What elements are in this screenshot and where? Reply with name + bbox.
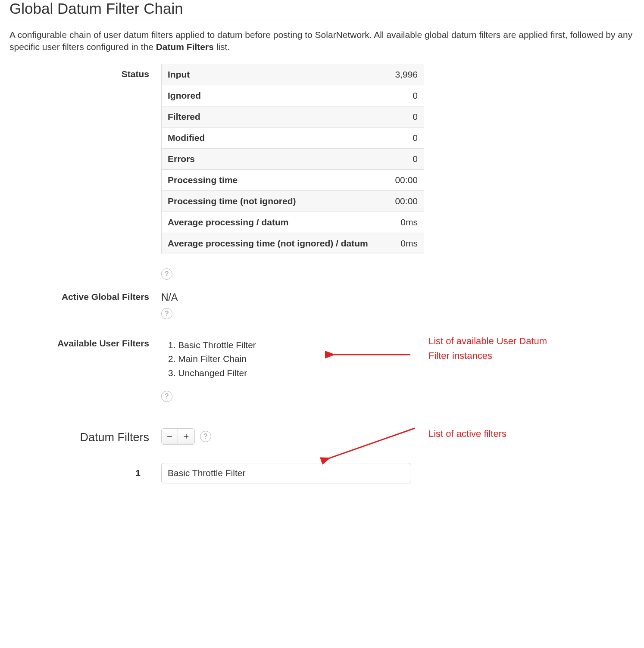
status-metric-value: 00:00 bbox=[387, 169, 424, 190]
description-bold: Datum Filters bbox=[156, 42, 214, 52]
status-metric-label: Average processing time (not ignored) / … bbox=[162, 233, 387, 254]
help-icon[interactable]: ? bbox=[161, 268, 172, 280]
available-user-filters-label: Available User Filters bbox=[9, 336, 161, 349]
table-row: Average processing time (not ignored) / … bbox=[162, 233, 424, 254]
status-metric-label: Processing time (not ignored) bbox=[162, 190, 387, 212]
list-item: 1. Basic Throttle Filter bbox=[168, 338, 424, 352]
active-global-filters-row: Active Global Filters N/A ? bbox=[9, 292, 635, 319]
table-row: Input3,996 bbox=[162, 64, 424, 85]
status-metric-value: 00:00 bbox=[387, 190, 424, 212]
help-icon[interactable]: ? bbox=[200, 431, 211, 442]
svg-line-1 bbox=[328, 428, 415, 458]
status-metric-value: 0 bbox=[387, 148, 424, 169]
page-description: A configurable chain of user datum filte… bbox=[9, 29, 635, 53]
table-row: Average processing / datum0ms bbox=[162, 212, 424, 233]
active-global-filters-label: Active Global Filters bbox=[9, 292, 161, 302]
help-icon[interactable]: ? bbox=[161, 308, 172, 319]
status-metric-label: Ignored bbox=[162, 85, 387, 106]
annotation-arrow bbox=[320, 424, 423, 467]
datum-filters-label: Datum Filters bbox=[9, 429, 161, 444]
description-text-post: list. bbox=[214, 42, 230, 52]
list-item: 2. Main Filter Chain bbox=[168, 352, 424, 366]
status-metric-label: Errors bbox=[162, 148, 387, 169]
remove-filter-button[interactable]: − bbox=[162, 429, 178, 444]
add-remove-button-group: − + bbox=[161, 428, 195, 445]
page-title: Global Datum Filter Chain bbox=[9, 0, 635, 21]
annotation-available-list: List of available User Datum Filter inst… bbox=[428, 334, 558, 363]
status-table: Input3,996Ignored0Filtered0Modified0Erro… bbox=[161, 64, 424, 254]
status-metric-value: 0ms bbox=[387, 233, 424, 254]
datum-filter-row: 1 bbox=[9, 463, 635, 483]
datum-filters-section: Datum Filters − + ? List of active filte… bbox=[9, 416, 635, 483]
table-row: Filtered0 bbox=[162, 106, 424, 127]
status-metric-value: 0 bbox=[387, 106, 424, 127]
status-metric-label: Modified bbox=[162, 127, 387, 148]
table-row: Ignored0 bbox=[162, 85, 424, 106]
help-icon[interactable]: ? bbox=[161, 391, 172, 402]
annotation-active-list: List of active filters bbox=[428, 427, 506, 441]
description-text-pre: A configurable chain of user datum filte… bbox=[9, 30, 632, 52]
table-row: Errors0 bbox=[162, 148, 424, 169]
add-filter-button[interactable]: + bbox=[178, 429, 194, 444]
table-row: Modified0 bbox=[162, 127, 424, 148]
status-metric-value: 3,996 bbox=[387, 64, 424, 85]
list-item: 3. Unchanged Filter bbox=[168, 366, 424, 380]
status-metric-label: Filtered bbox=[162, 106, 387, 127]
status-metric-value: 0 bbox=[387, 85, 424, 106]
status-row: Status Input3,996Ignored0Filtered0Modifi… bbox=[9, 64, 635, 280]
active-global-filters-value: N/A bbox=[161, 292, 424, 303]
table-row: Processing time00:00 bbox=[162, 169, 424, 190]
status-metric-value: 0ms bbox=[387, 212, 424, 233]
available-user-filters-row: Available User Filters 1. Basic Throttle… bbox=[9, 336, 635, 402]
status-metric-label: Processing time bbox=[162, 169, 387, 190]
table-row: Processing time (not ignored)00:00 bbox=[162, 190, 424, 212]
status-metric-label: Input bbox=[162, 64, 387, 85]
datum-filter-index: 1 bbox=[9, 468, 161, 478]
status-metric-label: Average processing / datum bbox=[162, 212, 387, 233]
datum-filters-controls: − + ? bbox=[161, 428, 211, 445]
status-metric-value: 0 bbox=[387, 127, 424, 148]
datum-filter-input[interactable] bbox=[161, 463, 411, 483]
available-user-filters-list: 1. Basic Throttle Filter2. Main Filter C… bbox=[161, 336, 424, 380]
status-label: Status bbox=[9, 64, 161, 79]
